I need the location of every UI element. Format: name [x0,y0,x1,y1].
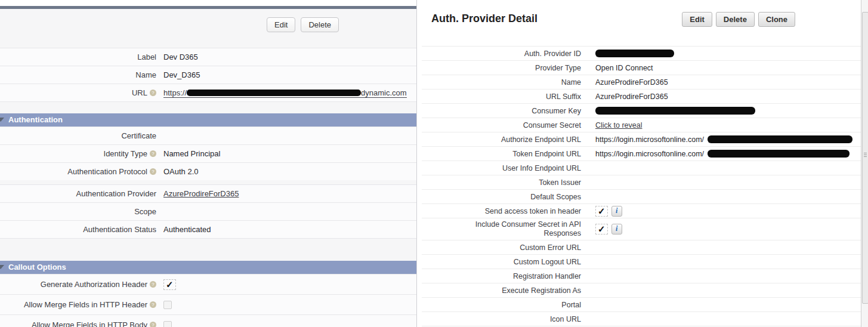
field-value-text: Open ID Connect [595,64,653,72]
field-label: Include Consumer Secret in API Responses [422,220,581,238]
section-header[interactable]: Callout Options [0,261,416,274]
field-label-text: Send access token in header [485,207,581,215]
checkbox-checked-icon: ✓ [595,224,608,235]
checkbox-checked-icon: ✓ [163,279,176,290]
field-label-text: Token Endpoint URL [512,150,581,158]
field-value: Named Principal [156,149,220,158]
detail-row: NameDev_D365 [0,66,416,84]
detail-row: Auth. Provider ID [422,46,861,60]
checkbox-unchecked [163,301,172,309]
right-clone-button[interactable]: Clone [758,12,795,27]
help-icon[interactable]: ? [150,301,156,308]
redacted-value [595,50,674,57]
detail-row: Consumer SecretClick to reveal [422,118,861,132]
field-value-link[interactable]: Click to reveal [595,121,642,129]
field-label: URL? [0,88,156,97]
detail-row: URL SuffixAzureProdireForD365 [422,89,861,103]
redacted-value [595,107,755,115]
left-delete-button[interactable]: Delete [301,17,339,32]
vertical-scrollbar[interactable] [861,0,868,327]
field-label-text: Authorize Endpoint URL [501,135,581,144]
field-value: AzureProdireForD365 [581,78,668,87]
field-value-text: https://login.microsoftonline.com/ [595,150,704,158]
field-label-text: Token Issuer [539,178,581,187]
detail-row: Token Endpoint URLhttps://login.microsof… [422,146,861,161]
field-label: URL Suffix [422,92,581,101]
field-label: Provider Type [422,64,581,72]
scrollbar-grip-icon [864,153,867,158]
field-value: https://login.microsoftonline.com/ [581,135,852,144]
detail-row: Allow Merge Fields in HTTP Header? [0,294,416,314]
auth-provider-header: Auth. Provider Detail EditDeleteClone [419,0,861,36]
detail-row: Execute Registration As [422,283,861,297]
detail-row: Registration Handler [422,269,861,283]
info-icon-button[interactable]: i [611,206,622,217]
detail-row: Provider TypeOpen ID Connect [422,60,861,75]
field-value [581,107,755,115]
section-title: Authentication [8,115,63,124]
field-label-text: Consumer Key [532,107,581,115]
help-icon[interactable]: ? [150,90,156,96]
field-label-text: Registration Handler [513,272,581,280]
section-rows: Generate Authorization Header?✓Allow Mer… [0,274,416,327]
detail-row: Portal [422,297,861,311]
field-value-link[interactable]: https://dynamic.com [163,88,407,98]
field-label-text: Custom Error URL [520,243,581,252]
field-value-text: AzureProdireForD365 [595,78,668,87]
field-label: Consumer Secret [422,121,581,129]
left-sections: AuthenticationCertificateIdentity Type?N… [0,113,416,327]
field-label: Label [0,53,156,61]
detail-row: Custom Logout URL [422,254,861,269]
field-value: Dev_D365 [156,70,200,79]
field-label: Execute Registration As [422,286,581,295]
detail-row: NameAzureProdireForD365 [422,75,861,89]
detail-row: Authentication Protocol?OAuth 2.0 [0,162,416,180]
collapse-arrow-icon [0,118,4,122]
help-icon[interactable]: ? [150,150,156,157]
left-edit-button[interactable]: Edit [267,17,295,32]
info-icon-button[interactable]: i [611,224,622,235]
help-icon[interactable]: ? [150,168,156,175]
field-label-text: Generate Authorization Header [41,280,147,289]
section-rows: CertificateIdentity Type?Named Principal… [0,127,416,239]
detail-row: Generate Authorization Header?✓ [0,274,416,294]
detail-row: URL?https://dynamic.com [0,84,416,102]
field-label-text: URL Suffix [546,92,581,101]
right-delete-button[interactable]: Delete [716,12,755,27]
detail-row: Icon URL [422,311,861,326]
field-label-text: Identity Type [104,149,147,158]
field-label-text: Authentication Status [83,225,156,234]
section-header[interactable]: Authentication [0,113,416,127]
detail-row: Certificate [0,127,416,144]
field-label: Generate Authorization Header? [0,280,156,289]
field-label-text: URL [132,88,147,97]
detail-row: User Info Endpoint URL [422,161,861,175]
field-label-text: Provider Type [535,64,581,72]
field-value: OAuth 2.0 [156,167,199,176]
field-label-text: Include Consumer Secret in API Responses [475,220,581,238]
left-toolbar: EditDelete [0,9,416,40]
field-value-text: AzureProdireForD365 [595,92,668,101]
field-label-text: Allow Merge Fields in HTTP Body [32,320,147,327]
field-value-text: Dev_D365 [163,70,200,79]
field-label: Scope [0,207,156,216]
field-label-text: Name [135,70,156,79]
field-label-text: Authentication Provider [76,189,156,198]
help-icon[interactable]: ? [150,322,156,327]
right-edit-button[interactable]: Edit [682,12,712,27]
scrollbar-thumb[interactable] [862,12,868,304]
auth-provider-detail-pane: Auth. Provider Detail EditDeleteClone Au… [419,0,861,327]
field-label-text: Certificate [121,131,156,140]
field-label-text: Execute Registration As [502,286,581,295]
detail-row: Allow Merge Fields in HTTP Body? [0,314,416,327]
field-label: Certificate [0,131,156,140]
field-value: AzureProdireForD365 [156,189,239,198]
field-label: Icon URL [422,315,581,323]
detail-row: Token Issuer [422,175,861,189]
help-icon[interactable]: ? [150,281,156,288]
redacted-value [708,135,852,143]
link-suffix: dynamic.com [361,88,407,97]
field-label: Token Endpoint URL [422,150,581,158]
field-value-link[interactable]: AzureProdireForD365 [163,189,239,198]
field-label-text: Auth. Provider ID [524,50,581,58]
